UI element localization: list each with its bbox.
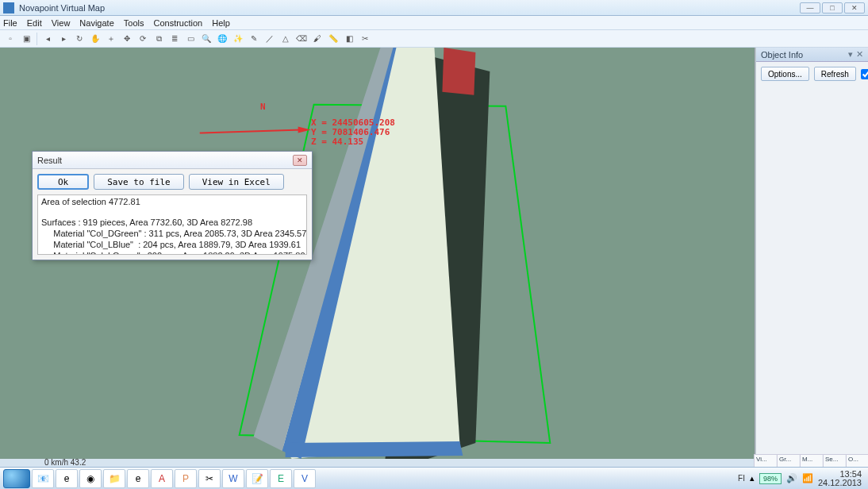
panel-pin-icon[interactable]: ▾ <box>848 49 853 60</box>
object-info-label: Object Info <box>761 50 803 60</box>
highlight-checkbox[interactable]: Highligt <box>861 69 868 79</box>
result-dialog: Result ✕ Ok Save to file View in Excel A… <box>32 151 313 260</box>
result-text[interactable]: Area of selection 4772.81 Surfaces : 919… <box>37 194 307 255</box>
layers-icon[interactable]: ≣ <box>167 32 182 46</box>
task-word-icon[interactable]: W <box>222 469 244 488</box>
task-outlook-icon[interactable]: 📧 <box>32 469 54 488</box>
task-chrome-icon[interactable]: ◉ <box>79 469 102 488</box>
system-tray: FI ▴ 98% 🔊 📶 13:54 24.12.2013 <box>738 470 865 487</box>
task-ie-icon[interactable]: e <box>56 469 78 488</box>
menu-edit[interactable]: Edit <box>27 18 42 28</box>
task-pdf-icon[interactable]: A <box>151 469 173 488</box>
task-ppt-icon[interactable]: P <box>175 469 197 488</box>
measure-icon[interactable]: 📏 <box>326 32 340 46</box>
minimize-button[interactable]: — <box>800 2 820 13</box>
app-icon <box>3 2 14 13</box>
dup-icon[interactable]: ⧉ <box>152 32 166 46</box>
taskbar: 📧 e ◉ 📁 e A P ✂ W 📝 E V FI ▴ 98% 🔊 📶 13:… <box>0 467 868 489</box>
back-icon[interactable]: ◂ <box>40 32 55 46</box>
menu-help[interactable]: Help <box>212 18 230 28</box>
task-explorer-icon[interactable]: 📁 <box>103 469 125 488</box>
task-snip-icon[interactable]: ✂ <box>198 469 221 488</box>
battery-indicator[interactable]: 98% <box>759 473 782 484</box>
mini-tab-3[interactable]: Se... <box>823 455 845 467</box>
menu-construction[interactable]: Construction <box>153 18 202 28</box>
tray-net-icon[interactable]: 🔊 <box>786 473 797 483</box>
plus-icon[interactable]: ＋ <box>104 32 118 46</box>
options-button[interactable]: Options... <box>761 67 809 81</box>
mini-tabs: Vi... Gr... M... Se... O... <box>754 454 868 467</box>
highlight-check-input[interactable] <box>861 69 868 79</box>
view-in-excel-button[interactable]: View in Excel <box>189 174 284 190</box>
search-icon[interactable]: 🔍 <box>199 32 213 46</box>
object-info-title: Object Info ▾✕ <box>756 48 868 62</box>
object-info-panel: Object Info ▾✕ Options... Refresh Highli… <box>755 48 868 459</box>
task-ie2-icon[interactable]: e <box>127 469 149 488</box>
separator <box>36 33 37 45</box>
cut-icon[interactable]: ✂ <box>358 32 372 46</box>
task-novapoint-icon[interactable]: V <box>294 469 316 488</box>
svg-marker-6 <box>286 441 463 457</box>
rotate-icon[interactable]: ⟳ <box>136 32 150 46</box>
close-button[interactable]: ✕ <box>844 2 865 13</box>
window-title: Novapoint Virtual Map <box>19 3 105 13</box>
ok-button[interactable]: Ok <box>37 174 89 190</box>
menu-navigate[interactable]: Navigate <box>79 18 113 28</box>
menu-tools[interactable]: Tools <box>124 18 144 28</box>
svg-line-7 <box>200 130 301 133</box>
select-icon[interactable]: ▭ <box>183 32 198 46</box>
mini-tab-2[interactable]: M... <box>800 455 822 467</box>
wand-icon[interactable]: ✨ <box>231 32 245 46</box>
world-icon[interactable]: 🌐 <box>215 32 229 46</box>
maximize-button[interactable]: □ <box>822 2 843 13</box>
new-icon[interactable]: ▫ <box>3 32 17 46</box>
poly-icon[interactable]: △ <box>278 32 293 46</box>
task-excel-icon[interactable]: E <box>270 469 292 488</box>
menu-view[interactable]: View <box>52 18 71 28</box>
save-to-file-button[interactable]: Save to file <box>94 174 183 190</box>
title-bar: Novapoint Virtual Map — □ ✕ <box>0 0 868 16</box>
menu-file[interactable]: File <box>3 18 17 28</box>
toolbar: ▫ ▣ ◂ ▸ ↻ ✋ ＋ ✥ ⟳ ⧉ ≣ ▭ 🔍 🌐 ✨ ✎ ／ △ ⌫ 🖌 … <box>0 30 868 48</box>
pencil-icon[interactable]: ✎ <box>247 32 261 46</box>
refresh-icon[interactable]: ↻ <box>72 32 86 46</box>
refresh-button[interactable]: Refresh <box>814 67 856 81</box>
move-icon[interactable]: ✥ <box>120 32 134 46</box>
result-title: Result <box>37 156 62 165</box>
mini-tab-1[interactable]: Gr... <box>777 455 799 467</box>
status-line: 0 km/h 43.2 <box>44 458 86 467</box>
erase-icon[interactable]: ⌫ <box>294 32 309 46</box>
dialog-close-button[interactable]: ✕ <box>293 155 307 166</box>
mini-tab-4[interactable]: O... <box>846 455 868 467</box>
north-label: N <box>260 102 266 112</box>
tray-flag-icon[interactable]: ▴ <box>750 473 755 483</box>
panel-close-icon[interactable]: ✕ <box>856 49 863 60</box>
line-icon[interactable]: ／ <box>263 32 277 46</box>
coord-z: Z = 44.135 <box>311 137 363 147</box>
start-button[interactable] <box>3 469 30 488</box>
svg-marker-5 <box>442 48 475 95</box>
lang-indicator[interactable]: FI <box>738 474 745 483</box>
brush-icon[interactable]: 🖌 <box>310 32 325 46</box>
result-title-bar[interactable]: Result ✕ <box>33 152 312 169</box>
mini-tab-0[interactable]: Vi... <box>754 455 776 467</box>
clock-date: 24.12.2013 <box>818 479 862 487</box>
hand-icon[interactable]: ✋ <box>88 32 102 46</box>
clock[interactable]: 13:54 24.12.2013 <box>818 470 862 487</box>
forward-icon[interactable]: ▸ <box>56 32 71 46</box>
menu-bar: File Edit View Navigate Tools Constructi… <box>0 16 868 30</box>
task-note-icon[interactable]: 📝 <box>246 469 268 488</box>
open-icon[interactable]: ▣ <box>19 32 33 46</box>
volume-icon[interactable]: ◧ <box>342 32 356 46</box>
tray-wifi-icon[interactable]: 📶 <box>802 473 813 483</box>
clock-time: 13:54 <box>818 470 862 479</box>
